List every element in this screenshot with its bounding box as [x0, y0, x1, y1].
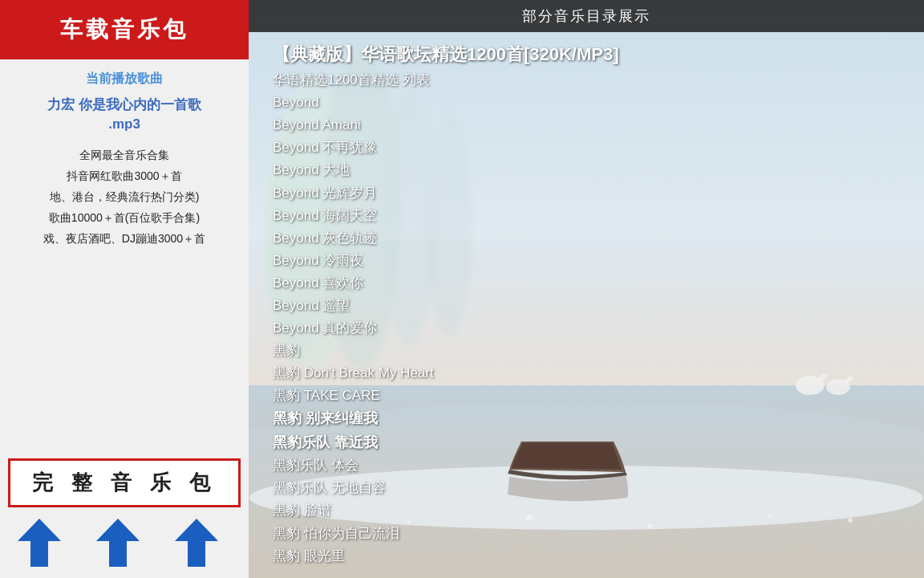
app-title: 车载音乐包 — [0, 0, 249, 59]
song-item-0: 【典藏版】华语歌坛精选1200首[320K/MP3] — [273, 40, 908, 69]
download-arrow-1[interactable] — [17, 519, 62, 570]
song-item-15: 黑豹 TAKE CARE — [273, 385, 908, 407]
info-list: 全网最全音乐合集 抖音网红歌曲3000＋首 地、港台，经典流行热门分类) 歌曲1… — [0, 142, 249, 253]
song-item-3: Beyond Amani — [273, 114, 908, 136]
info-item-2: 抖音网红歌曲3000＋首 — [11, 169, 237, 184]
info-item-5: 戏、夜店酒吧、DJ蹦迪3000＋首 — [11, 232, 237, 246]
song-item-8: Beyond 灰色轨迹 — [273, 227, 908, 250]
info-item-3: 地、港台，经典流行热门分类) — [11, 190, 237, 205]
song-item-20: 黑豹 脸谱 — [273, 499, 908, 522]
song-item-4: Beyond 不再犹豫 — [273, 136, 908, 159]
song-item-19: 黑豹乐队 无地自容 — [273, 477, 908, 499]
song-item-1: 华语精选1200首精选 列表 — [273, 69, 908, 92]
song-item-2: Beyond — [273, 92, 908, 114]
song-item-18: 黑豹乐队 体会 — [273, 454, 908, 477]
complete-music-pack-button[interactable]: 完 整 音 乐 包 — [8, 458, 241, 507]
now-playing-label: 当前播放歌曲 — [0, 59, 249, 92]
svg-marker-0 — [18, 519, 61, 567]
arrows-row — [0, 514, 249, 578]
right-panel: 部分音乐目录展示 【典藏版】华语歌坛精选1200首[320K/MP3]华语精选1… — [249, 0, 924, 578]
left-panel: 车载音乐包 当前播放歌曲 力宏 你是我心内的一首歌.mp3 全网最全音乐合集 抖… — [0, 0, 249, 578]
svg-marker-2 — [175, 519, 218, 567]
download-arrow-2[interactable] — [95, 519, 140, 570]
song-item-6: Beyond 光辉岁月 — [273, 182, 908, 205]
top-bar: 部分音乐目录展示 — [249, 0, 924, 32]
info-item-4: 歌曲10000＋首(百位歌手合集) — [11, 211, 237, 226]
info-item-1: 全网最全音乐合集 — [11, 149, 237, 163]
song-item-22: 黑豹 眼光里 — [273, 545, 908, 568]
download-arrow-3[interactable] — [174, 519, 219, 570]
song-item-14: 黑豹 Don't Break My Heart — [273, 362, 908, 385]
song-item-13: 黑豹 — [273, 340, 908, 362]
song-item-7: Beyond 海阔天空 — [273, 205, 908, 227]
svg-marker-1 — [96, 519, 140, 567]
song-item-5: Beyond 大地 — [273, 159, 908, 181]
song-item-16: 黑豹 别来纠缠我 — [273, 407, 908, 431]
song-item-21: 黑豹 怕你为自己流泪 — [273, 523, 908, 545]
now-playing-song: 力宏 你是我心内的一首歌.mp3 — [0, 92, 249, 142]
song-item-9: Beyond 冷雨夜 — [273, 250, 908, 272]
song-list: 【典藏版】华语歌坛精选1200首[320K/MP3]华语精选1200首精选 列表… — [249, 32, 924, 578]
song-item-11: Beyond 遥望 — [273, 295, 908, 317]
song-item-10: Beyond 喜欢你 — [273, 272, 908, 295]
song-item-17: 黑豹乐队 靠近我 — [273, 431, 908, 455]
song-item-12: Beyond 真的爱你 — [273, 317, 908, 340]
